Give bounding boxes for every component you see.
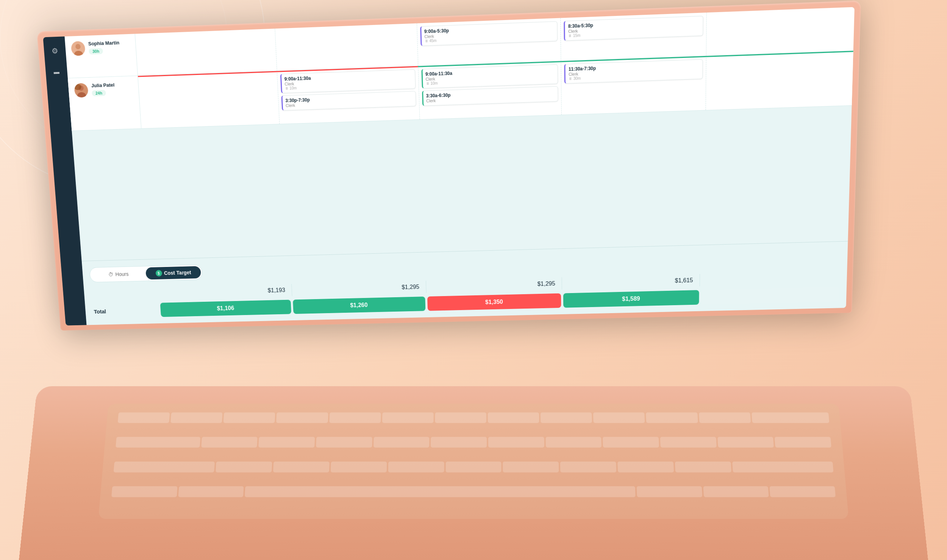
cost-day-1: $1,295 [292, 281, 427, 296]
screen-display: ⚙ ▬ [43, 7, 854, 326]
card-icon[interactable]: ▬ [50, 66, 63, 79]
total-label-col: Total [92, 307, 161, 315]
avatar-sophia [71, 41, 86, 56]
total-day-3: $1,589 [563, 290, 699, 308]
cost-day-4 [700, 270, 840, 286]
keyboard-area [98, 404, 849, 519]
laptop-base [19, 386, 928, 560]
julia-day-2: 9:00a-11:30a Clerk ⏸ 10m 3:30a-6:30p Cle… [418, 61, 562, 119]
sophia-day-3: 8:30a-5:30p Clerk ⏸ 15m [561, 12, 707, 61]
shift-block-sophia-2[interactable]: 8:30a-5:30p Clerk ⏸ 15m [564, 16, 703, 41]
shift-block-julia-3[interactable]: 9:00a-11:30a Clerk ⏸ 10m [421, 64, 558, 89]
sophia-day-4 [706, 7, 855, 56]
schedule-rows-container: Sophia Martin 30h 9:00a-5:30p [65, 7, 855, 261]
julia-day-4 [706, 51, 853, 110]
shift-block-julia-4[interactable]: 3:30a-6:30p Clerk [422, 86, 558, 106]
cost-target-label-col [91, 293, 159, 295]
employee-hours-sophia: 30h [89, 48, 103, 55]
employee-hours-julia: 24h [92, 90, 106, 96]
cost-target-label: Cost Target [164, 270, 191, 276]
julia-day-1: 9:00a-11:30a Clerk ⏸ 10m 3:30p-7:30p Cle… [277, 66, 420, 124]
hours-toggle-btn[interactable]: ⏱ Hours [91, 267, 146, 281]
julia-day-0 [138, 71, 280, 128]
screen-wrapper: ⚙ ▬ [37, 0, 861, 331]
schedule-main: Sophia Martin 30h 9:00a-5:30p [65, 7, 855, 325]
julia-day-3: 11:30a-7:30p Clerk ⏸ 30m [561, 56, 706, 115]
total-day-2: $1,350 [427, 293, 561, 311]
gear-icon[interactable]: ⚙ [48, 44, 61, 58]
hours-label: Hours [115, 271, 129, 277]
total-day-0: $1,106 [160, 300, 291, 317]
toggle-bar: ⏱ Hours $ Cost Target [89, 265, 203, 282]
employee-name-julia: Julia Patel [91, 82, 115, 89]
sophia-day-2: 9:00a-5:30p Clerk ⏸ 45m [417, 18, 561, 66]
avatar-julia [74, 83, 89, 98]
total-day-1: $1,260 [293, 296, 425, 314]
cost-target-toggle-btn[interactable]: $ Cost Target [145, 266, 201, 280]
shift-block-julia-1[interactable]: 9:00a-11:30a Clerk ⏸ 10m [280, 69, 416, 93]
cost-day-2: $1,295 [426, 277, 562, 293]
sophia-day-0 [135, 29, 277, 76]
cost-day-0: $1,193 [159, 284, 292, 299]
total-day-4 [701, 287, 839, 304]
screen-bezel: ⚙ ▬ [37, 0, 861, 331]
employee-info-sophia: Sophia Martin 30h [65, 34, 138, 78]
cost-dollar-icon: $ [155, 270, 162, 276]
cost-day-3: $1,615 [562, 274, 700, 290]
employee-name-sophia: Sophia Martin [88, 40, 119, 47]
shift-block-sophia-1[interactable]: 9:00a-5:30p Clerk ⏸ 45m [420, 21, 558, 46]
sophia-day-1 [275, 23, 418, 71]
hours-icon: ⏱ [108, 271, 114, 277]
employee-info-julia: Julia Patel 24h [68, 76, 141, 130]
shift-block-julia-5[interactable]: 11:30a-7:30p Clerk ⏸ 30m [564, 59, 703, 84]
shift-block-julia-2[interactable]: 3:30p-7:30p Clerk [281, 91, 416, 111]
